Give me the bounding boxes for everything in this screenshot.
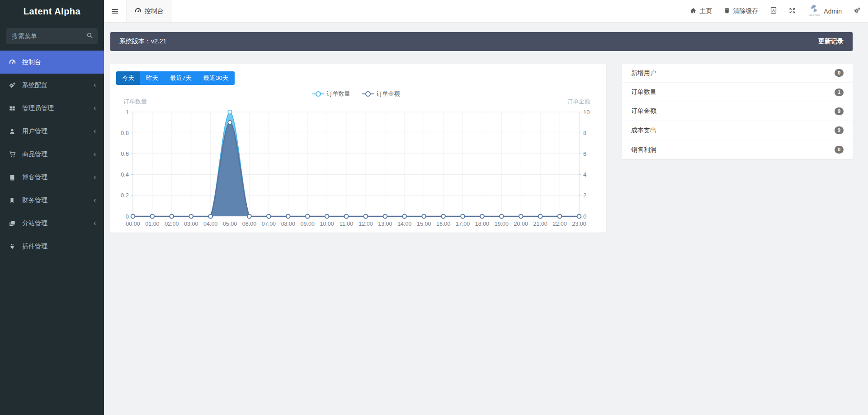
clear-cache-label: 清除缓存 — [733, 7, 758, 15]
avatar: Latent Alpha — [807, 4, 821, 19]
trash-icon — [724, 7, 730, 15]
svg-text:订单金额: 订单金额 — [567, 98, 590, 105]
stat-badge: 9 — [835, 126, 844, 134]
chevron-left-icon — [92, 198, 98, 203]
chevron-left-icon — [92, 129, 98, 134]
user-name: Admin — [824, 8, 842, 15]
svg-text:14:00: 14:00 — [397, 221, 411, 227]
stat-badge: 0 — [835, 146, 844, 154]
hamburger-icon[interactable] — [104, 0, 126, 22]
sidebar-item-finance-mgmt[interactable]: 财务管理 — [0, 189, 104, 212]
stat-row-0: 新增用户0 — [622, 64, 853, 83]
stat-label: 订单金额 — [631, 107, 656, 115]
sidebar-menu: 控制台系统配置管理员管理用户管理商品管理博客管理财务管理分站管理插件管理 — [0, 51, 104, 258]
sidebar-item-system-config[interactable]: 系统配置 — [0, 74, 104, 97]
language-button[interactable]: A — [770, 7, 777, 15]
svg-text:0: 0 — [583, 213, 586, 220]
chevron-left-icon — [92, 83, 98, 88]
svg-text:16:00: 16:00 — [436, 221, 450, 227]
svg-text:6: 6 — [583, 150, 586, 157]
home-link[interactable]: 主页 — [690, 7, 712, 15]
version-banner: 系统版本：v2.21 更新记录 — [110, 32, 853, 51]
stat-badge: 0 — [835, 69, 844, 77]
user-icon — [9, 128, 18, 135]
svg-text:0.6: 0.6 — [121, 150, 129, 157]
stat-row-4: 销售利润0 — [622, 140, 853, 159]
fullscreen-button[interactable] — [789, 7, 796, 15]
stat-row-3: 成本支出9 — [622, 121, 853, 140]
sidebar-item-label: 系统配置 — [22, 81, 92, 89]
update-log-link[interactable]: 更新记录 — [818, 37, 844, 46]
avatar-caption: Latent Alpha — [809, 14, 820, 16]
book-icon — [9, 174, 18, 181]
clear-cache-button[interactable]: 清除缓存 — [724, 7, 758, 15]
sidebar: Latent Alpha 控制台系统配置管理员管理用户管理商品管理博客管理财务管… — [0, 0, 104, 415]
sidebar-item-plugin-mgmt[interactable]: 插件管理 — [0, 235, 104, 258]
sidebar-item-label: 商品管理 — [22, 150, 92, 159]
chevron-left-icon — [92, 152, 98, 157]
svg-text:A: A — [772, 8, 775, 13]
svg-text:05:00: 05:00 — [223, 221, 237, 227]
sidebar-item-label: 控制台 — [22, 58, 98, 66]
sidebar-item-label: 插件管理 — [22, 242, 98, 251]
tab-dashboard[interactable]: 控制台 — [126, 0, 172, 22]
version-text: 系统版本：v2.21 — [119, 37, 166, 46]
svg-text:0: 0 — [126, 213, 129, 220]
search-icon[interactable] — [86, 32, 93, 41]
svg-text:02:00: 02:00 — [165, 221, 179, 227]
sidebar-item-label: 分站管理 — [22, 219, 92, 228]
svg-text:0.2: 0.2 — [121, 192, 129, 199]
svg-text:8: 8 — [583, 130, 586, 136]
gauge-icon — [135, 7, 142, 15]
home-icon — [690, 7, 697, 15]
sidebar-item-label: 用户管理 — [22, 127, 92, 135]
user-menu[interactable]: Latent Alpha Admin — [807, 4, 842, 19]
svg-text:03:00: 03:00 — [184, 221, 198, 227]
top-navbar: 控制台 主页 清除缓存 A Latent Alpha Ad — [104, 0, 868, 23]
svg-text:23:00: 23:00 — [572, 221, 586, 227]
svg-text:20:00: 20:00 — [514, 221, 528, 227]
gears-icon — [854, 7, 861, 15]
svg-text:11:00: 11:00 — [340, 221, 353, 227]
svg-text:12:00: 12:00 — [359, 221, 373, 227]
svg-text:00:00: 00:00 — [126, 221, 140, 227]
svg-text:18:00: 18:00 — [475, 221, 489, 227]
sidebar-item-label: 财务管理 — [22, 196, 92, 205]
sidebar-item-user-mgmt[interactable]: 用户管理 — [0, 120, 104, 143]
svg-text:4: 4 — [583, 171, 586, 178]
bookmark-icon — [9, 197, 18, 203]
sidebar-item-product-mgmt[interactable]: 商品管理 — [0, 143, 104, 166]
svg-text:10:00: 10:00 — [320, 221, 334, 227]
stat-badge: 1 — [835, 89, 844, 96]
sidebar-item-admin-mgmt[interactable]: 管理员管理 — [0, 97, 104, 120]
svg-text:2: 2 — [583, 192, 586, 199]
svg-text:19:00: 19:00 — [495, 221, 509, 227]
svg-text:01:00: 01:00 — [145, 221, 159, 227]
chevron-left-icon — [92, 106, 98, 111]
svg-text:06:00: 06:00 — [242, 221, 256, 227]
expand-icon — [789, 7, 796, 15]
svg-text:订单数量: 订单数量 — [123, 98, 147, 105]
th-large-icon — [9, 105, 18, 112]
svg-text:15:00: 15:00 — [417, 221, 431, 227]
stat-label: 成本支出 — [631, 126, 656, 135]
tab-label: 控制台 — [145, 7, 164, 15]
svg-text:08:00: 08:00 — [281, 221, 295, 227]
stat-label: 订单数量 — [631, 88, 656, 96]
stat-row-1: 订单数量1 — [622, 83, 853, 102]
sidebar-item-blog-mgmt[interactable]: 博客管理 — [0, 166, 104, 189]
sidebar-item-dashboard[interactable]: 控制台 — [0, 51, 104, 74]
search-input[interactable] — [6, 28, 98, 44]
stat-badge: 9 — [835, 107, 844, 115]
home-label: 主页 — [699, 7, 712, 15]
svg-text:0.8: 0.8 — [121, 130, 129, 136]
svg-text:04:00: 04:00 — [203, 221, 217, 227]
svg-text:0.4: 0.4 — [121, 171, 129, 178]
stat-label: 销售利润 — [631, 146, 656, 154]
stats-panel: 新增用户0订单数量1订单金额9成本支出9销售利润0 — [622, 64, 853, 159]
settings-button[interactable] — [854, 7, 861, 15]
sidebar-item-label: 管理员管理 — [22, 104, 92, 112]
language-icon: A — [770, 7, 777, 15]
sidebar-item-substation-mgmt[interactable]: 分站管理 — [0, 212, 104, 235]
svg-text:10: 10 — [583, 109, 590, 116]
